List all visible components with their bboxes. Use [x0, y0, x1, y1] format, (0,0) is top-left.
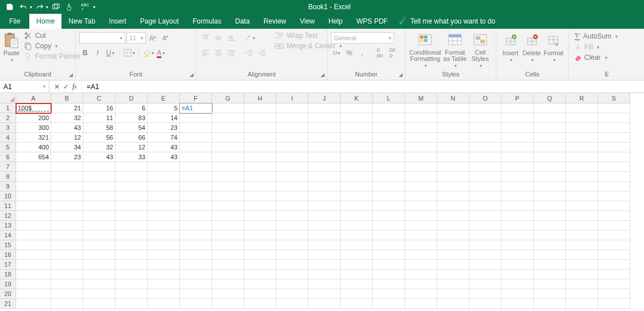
- cell-F14[interactable]: [180, 231, 212, 240]
- row-header-7[interactable]: 7: [0, 162, 16, 172]
- increase-font-button[interactable]: A▴: [147, 32, 159, 44]
- cell-B17[interactable]: [51, 260, 83, 270]
- row-header-16[interactable]: 16: [0, 250, 16, 260]
- redo-button[interactable]: [33, 1, 46, 13]
- cell-C5[interactable]: 32: [83, 143, 115, 152]
- cell-B21[interactable]: [51, 299, 83, 309]
- tab-new-tab[interactable]: New Tab: [61, 14, 102, 29]
- cell-O3[interactable]: [469, 123, 502, 133]
- column-header-K[interactable]: K: [341, 93, 373, 103]
- cell-G15[interactable]: [212, 240, 244, 250]
- cell-K12[interactable]: [341, 211, 373, 221]
- cell-P12[interactable]: [502, 211, 534, 221]
- cell-F11[interactable]: [180, 201, 212, 211]
- cell-R8[interactable]: [566, 172, 598, 182]
- cell-E19[interactable]: [148, 279, 180, 289]
- cell-R5[interactable]: [566, 143, 598, 152]
- cell-D21[interactable]: [115, 299, 148, 309]
- cell-I17[interactable]: [276, 260, 308, 270]
- cell-N16[interactable]: [437, 250, 469, 260]
- cell-J10[interactable]: [308, 191, 341, 201]
- cell-M13[interactable]: [405, 221, 437, 231]
- cell-M21[interactable]: [405, 299, 437, 309]
- cell-P8[interactable]: [502, 172, 534, 182]
- cell-B13[interactable]: [51, 221, 83, 231]
- cell-N10[interactable]: [437, 191, 469, 201]
- cell-R15[interactable]: [566, 240, 598, 250]
- cell-F19[interactable]: [180, 279, 212, 289]
- cell-L20[interactable]: [373, 289, 405, 299]
- cell-P11[interactable]: [502, 201, 534, 211]
- cell-O8[interactable]: [469, 172, 502, 182]
- cell-E21[interactable]: [148, 299, 180, 309]
- cell-N6[interactable]: [437, 152, 469, 162]
- cell-O5[interactable]: [469, 143, 502, 152]
- cell-K19[interactable]: [341, 279, 373, 289]
- cell-N3[interactable]: [437, 123, 469, 133]
- cell-M5[interactable]: [405, 143, 437, 152]
- cell-K10[interactable]: [341, 191, 373, 201]
- column-header-J[interactable]: J: [308, 93, 341, 103]
- accounting-button[interactable]: ⌑▾: [331, 47, 342, 59]
- cell-A2[interactable]: 200: [16, 113, 51, 123]
- cell-G2[interactable]: [212, 113, 244, 123]
- cell-I1[interactable]: [276, 103, 308, 113]
- cell-Q6[interactable]: [534, 152, 566, 162]
- cell-E20[interactable]: [148, 289, 180, 299]
- cell-I7[interactable]: [276, 162, 308, 172]
- cell-G10[interactable]: [212, 191, 244, 201]
- cell-E18[interactable]: [148, 270, 180, 279]
- cell-B7[interactable]: [51, 162, 83, 172]
- row-header-21[interactable]: 21: [0, 299, 16, 309]
- touch-mode-button[interactable]: [63, 1, 76, 13]
- cell-N11[interactable]: [437, 201, 469, 211]
- cell-C21[interactable]: [83, 299, 115, 309]
- cell-E9[interactable]: [148, 182, 180, 191]
- cell-M6[interactable]: [405, 152, 437, 162]
- column-header-N[interactable]: N: [437, 93, 469, 103]
- cell-S6[interactable]: [598, 152, 630, 162]
- cell-C12[interactable]: [83, 211, 115, 221]
- cell-J6[interactable]: [308, 152, 341, 162]
- align-top-button[interactable]: [200, 32, 211, 44]
- cell-R7[interactable]: [566, 162, 598, 172]
- undo-dropdown[interactable]: ▾: [30, 5, 32, 10]
- align-center-button[interactable]: [213, 47, 224, 59]
- cell-C14[interactable]: [83, 231, 115, 240]
- cell-I6[interactable]: [276, 152, 308, 162]
- cell-M7[interactable]: [405, 162, 437, 172]
- column-header-G[interactable]: G: [212, 93, 244, 103]
- cell-G11[interactable]: [212, 201, 244, 211]
- cell-R4[interactable]: [566, 133, 598, 143]
- cell-J18[interactable]: [308, 270, 341, 279]
- cell-O9[interactable]: [469, 182, 502, 191]
- fill-button[interactable]: Fill▾: [572, 43, 601, 52]
- cell-J1[interactable]: [308, 103, 341, 113]
- cell-D16[interactable]: [115, 250, 148, 260]
- cell-Q21[interactable]: [534, 299, 566, 309]
- tab-page-layout[interactable]: Page Layout: [133, 14, 186, 29]
- cell-I18[interactable]: [276, 270, 308, 279]
- cell-F8[interactable]: [180, 172, 212, 182]
- cell-A16[interactable]: [16, 250, 51, 260]
- cell-P4[interactable]: [502, 133, 534, 143]
- cell-K4[interactable]: [341, 133, 373, 143]
- cell-A19[interactable]: [16, 279, 51, 289]
- cell-Q2[interactable]: [534, 113, 566, 123]
- cell-D17[interactable]: [115, 260, 148, 270]
- cell-H3[interactable]: [244, 123, 276, 133]
- cell-E11[interactable]: [148, 201, 180, 211]
- save-button[interactable]: [3, 1, 16, 13]
- cell-C7[interactable]: [83, 162, 115, 172]
- cell-N13[interactable]: [437, 221, 469, 231]
- format-as-table-button[interactable]: Format as Table▾: [441, 31, 469, 68]
- cell-M4[interactable]: [405, 133, 437, 143]
- cell-N19[interactable]: [437, 279, 469, 289]
- cell-M1[interactable]: [405, 103, 437, 113]
- cell-J20[interactable]: [308, 289, 341, 299]
- cell-C9[interactable]: [83, 182, 115, 191]
- cell-A14[interactable]: [16, 231, 51, 240]
- row-header-2[interactable]: 2: [0, 113, 16, 123]
- cell-C18[interactable]: [83, 270, 115, 279]
- column-header-F[interactable]: F: [180, 93, 212, 103]
